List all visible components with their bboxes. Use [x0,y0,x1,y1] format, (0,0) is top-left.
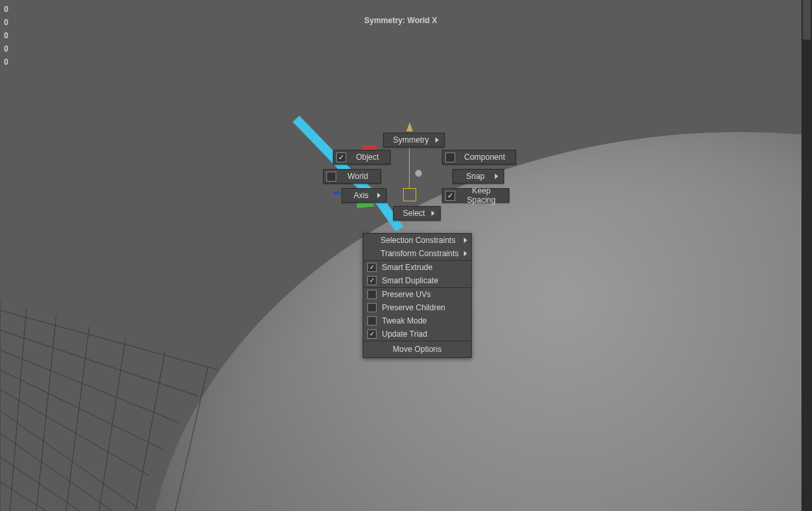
move-gizmo[interactable] [403,188,423,208]
dd-preserve-uvs-label: Preserve UVs [382,290,431,299]
mm-keep-spacing-label: Keep Spacing [459,186,503,205]
checkbox-icon [367,303,377,312]
vertical-scrollbar[interactable] [801,0,812,511]
submenu-arrow-icon [431,211,435,216]
checkbox-icon [367,276,377,285]
dd-update-triad-label: Update Triad [382,329,427,339]
submenu-arrow-icon [435,137,439,143]
selection-counts: 0 0 0 0 0 [4,3,9,69]
submenu-arrow-icon [495,174,498,179]
svg-line-3 [0,370,162,449]
dd-transform-constraints[interactable]: Transform Constraints [363,247,471,260]
mm-world[interactable]: World [323,169,381,184]
dd-move-options[interactable]: Move Options [363,341,471,357]
svg-line-5 [0,411,139,508]
mm-select[interactable]: Select [393,206,441,221]
checkbox-icon [367,316,377,325]
submenu-arrow-icon [464,251,467,256]
mm-axis-label: Axis [349,191,373,200]
svg-line-4 [0,390,149,475]
gizmo-pivot-dot [409,194,410,195]
dd-preserve-children-label: Preserve Children [382,303,445,312]
svg-line-11 [36,317,56,511]
svg-line-12 [66,327,89,511]
count-2: 0 [4,29,9,42]
count-4: 0 [4,55,9,69]
svg-line-10 [10,309,26,511]
svg-line-8 [0,482,46,511]
svg-line-7 [0,457,79,511]
svg-line-0 [0,310,218,370]
mm-snap-label: Snap [460,172,491,181]
dd-smart-duplicate[interactable]: Smart Duplicate [363,274,471,287]
dd-smart-extrude[interactable]: Smart Extrude [363,261,471,274]
checkbox-icon [336,153,346,162]
mm-symmetry[interactable]: Symmetry [383,133,445,147]
checkbox-icon [326,172,336,182]
count-1: 0 [4,16,9,29]
dd-selection-constraints-label: Selection Constraints [381,236,455,245]
mm-select-label: Select [400,209,427,218]
dd-preserve-uvs[interactable]: Preserve UVs [363,288,471,301]
mm-object-label: Object [350,153,385,162]
mm-snap[interactable]: Snap [453,169,504,184]
checkbox-icon [367,329,377,339]
gizmo-y-arrow[interactable] [406,122,413,131]
dd-transform-constraints-label: Transform Constraints [381,249,459,258]
count-0: 0 [4,3,9,16]
gizmo-free-handle[interactable] [415,170,422,177]
dd-selection-constraints[interactable]: Selection Constraints [363,234,471,247]
mm-world-label: World [340,172,375,181]
viewport[interactable]: Symmetry: World X 0 0 0 0 0 Symmetry Obj… [0,0,801,511]
symmetry-status: Symmetry: World X [364,16,437,25]
checkbox-icon [367,263,377,272]
count-3: 0 [4,42,9,55]
svg-line-13 [99,338,126,511]
dd-move-options-label: Move Options [392,345,441,354]
dd-update-triad[interactable]: Update Triad [363,327,471,341]
mm-keep-spacing[interactable]: Keep Spacing [442,188,509,203]
svg-line-2 [0,350,178,423]
scene-marker-blue [334,191,340,194]
checkbox-icon [445,153,455,162]
dd-smart-duplicate-label: Smart Duplicate [382,276,438,285]
mm-axis[interactable]: Axis [342,188,387,203]
submenu-arrow-icon [464,238,467,243]
dd-tweak-mode[interactable]: Tweak Mode [363,314,471,327]
checkbox-icon [445,191,455,201]
mm-symmetry-label: Symmetry [390,135,431,145]
dd-tweak-mode-label: Tweak Mode [382,316,427,325]
dd-smart-extrude-label: Smart Extrude [382,263,433,272]
move-options-dropdown[interactable]: Selection Constraints Transform Constrai… [363,233,472,358]
svg-line-6 [0,433,112,511]
mm-component[interactable]: Component [442,150,516,164]
dd-preserve-children[interactable]: Preserve Children [363,301,471,314]
checkbox-icon [367,290,377,299]
submenu-arrow-icon [377,193,381,198]
mm-object[interactable]: Object [333,150,390,164]
scrollbar-thumb[interactable] [803,0,811,40]
mm-component-label: Component [459,153,510,162]
svg-line-1 [0,330,198,396]
